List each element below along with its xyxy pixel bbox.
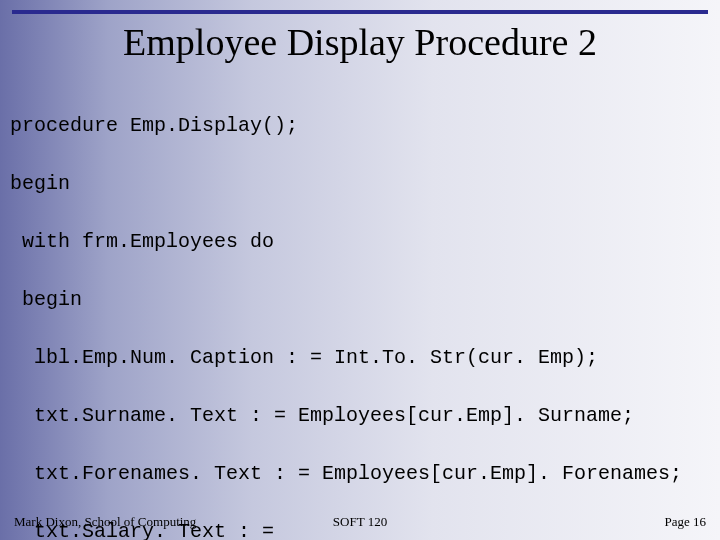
footer: Mark Dixon, School of Computing SOFT 120… — [0, 514, 720, 530]
code-block: procedure Emp.Display(); begin with frm.… — [0, 82, 720, 540]
code-line: txt.Forenames. Text : = Employees[cur.Em… — [10, 459, 710, 488]
code-line: txt.Surname. Text : = Employees[cur.Emp]… — [10, 401, 710, 430]
top-rule — [12, 10, 708, 14]
footer-left: Mark Dixon, School of Computing — [14, 514, 196, 530]
code-line: lbl.Emp.Num. Caption : = Int.To. Str(cur… — [10, 343, 710, 372]
code-line: procedure Emp.Display(); — [10, 111, 710, 140]
slide-title: Employee Display Procedure 2 — [0, 20, 720, 64]
code-line: begin — [10, 169, 710, 198]
footer-center: SOFT 120 — [333, 514, 387, 530]
code-line: with frm.Employees do — [10, 227, 710, 256]
footer-right: Page 16 — [664, 514, 706, 530]
code-line: begin — [10, 285, 710, 314]
